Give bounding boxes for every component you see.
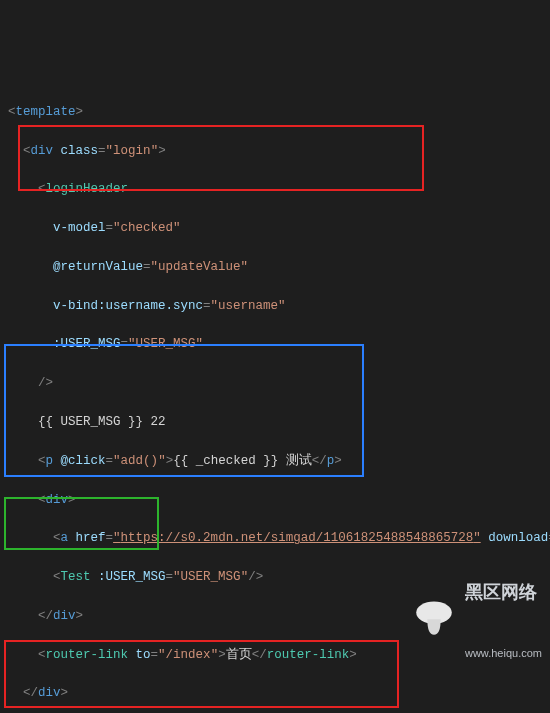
- code-line: </div>: [8, 607, 542, 626]
- code-line: </div>: [8, 684, 542, 703]
- code-line: <a href="https://s0.2mdn.net/simgad/1106…: [8, 529, 542, 548]
- code-line: <router-link to="/index">首页</router-link…: [8, 646, 542, 665]
- code-line: <div class="login">: [8, 142, 542, 161]
- code-line: @returnValue="updateValue": [8, 258, 542, 277]
- code-line: {{ USER_MSG }} 22: [8, 413, 542, 432]
- code-line: :USER_MSG="USER_MSG": [8, 335, 542, 354]
- code-line: <Test :USER_MSG="USER_MSG"/>: [8, 568, 542, 587]
- code-line: />: [8, 374, 542, 393]
- code-editor[interactable]: <template> <div class="login"> <loginHea…: [0, 78, 550, 714]
- code-line: <loginHeader: [8, 180, 542, 199]
- code-line: v-model="checked": [8, 219, 542, 238]
- code-line: <template>: [8, 103, 542, 122]
- code-line: <div>: [8, 491, 542, 510]
- code-line: v-bind:username.sync="username": [8, 297, 542, 316]
- code-line: <p @click="add()">{{ _checked }} 测试</p>: [8, 452, 542, 471]
